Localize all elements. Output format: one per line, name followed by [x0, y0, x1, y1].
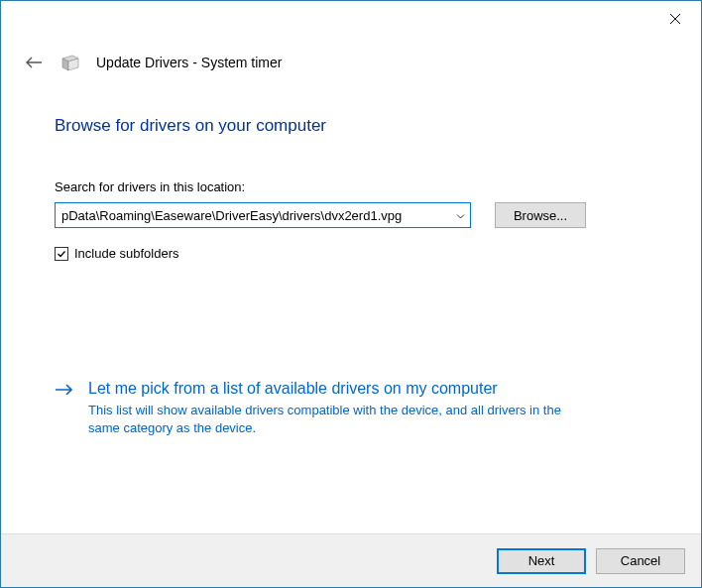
include-subfolders-checkbox[interactable]: Include subfolders [55, 246, 647, 261]
path-combobox[interactable] [55, 202, 471, 228]
wizard-title: Update Drivers - System timer [96, 55, 282, 70]
wizard-content: Browse for drivers on your computer Sear… [1, 74, 701, 533]
cancel-button[interactable]: Cancel [596, 548, 685, 574]
page-heading: Browse for drivers on your computer [55, 116, 647, 136]
pick-text-block: Let me pick from a list of available dri… [88, 380, 584, 437]
pick-description: This list will show available drivers co… [88, 402, 584, 437]
titlebar [1, 1, 701, 37]
next-button[interactable]: Next [497, 548, 586, 574]
pick-from-list-link[interactable]: Let me pick from a list of available dri… [55, 380, 647, 437]
device-icon [58, 51, 82, 74]
back-button[interactable] [23, 52, 45, 73]
wizard-header: Update Drivers - System timer [1, 37, 701, 74]
back-arrow-icon [25, 56, 43, 69]
browse-button[interactable]: Browse... [495, 202, 586, 228]
search-label: Search for drivers in this location: [55, 179, 647, 194]
wizard-footer: Next Cancel [1, 533, 701, 587]
update-drivers-window: Update Drivers - System timer Browse for… [0, 0, 702, 588]
checkbox-box [55, 247, 68, 261]
path-row: Browse... [55, 202, 647, 228]
close-button[interactable] [653, 4, 697, 34]
checkmark-icon [57, 249, 66, 259]
close-icon [669, 13, 681, 25]
pick-title: Let me pick from a list of available dri… [88, 380, 584, 398]
path-input[interactable] [55, 202, 471, 228]
right-arrow-icon [55, 380, 76, 437]
include-subfolders-label: Include subfolders [74, 246, 179, 261]
